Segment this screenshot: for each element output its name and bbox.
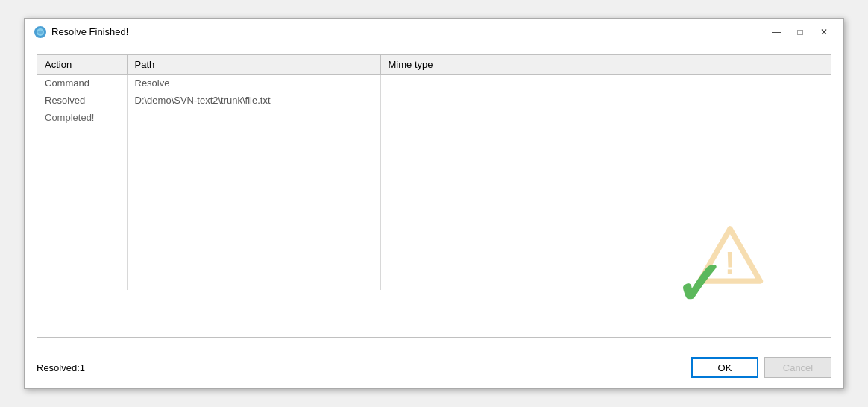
table-row: Resolved D:\demo\SVN-text2\trunk\file.tx… [37, 92, 831, 109]
cell-mime-1 [380, 92, 485, 109]
cell-extra-2 [485, 109, 831, 126]
col-header-path: Path [127, 55, 380, 75]
window-icon [34, 25, 47, 39]
footer: Resolved:1 OK Cancel [25, 347, 843, 388]
col-header-mime: Mime type [380, 55, 485, 75]
cell-action-0: Command [37, 75, 127, 92]
cell-extra-0 [485, 75, 831, 92]
footer-buttons: OK Cancel [691, 357, 831, 378]
maximize-button[interactable]: □ [790, 24, 811, 40]
title-bar: Resolve Finished! — □ ✕ [25, 19, 843, 45]
cancel-button[interactable]: Cancel [764, 357, 831, 378]
close-button[interactable]: ✕ [814, 24, 834, 40]
checkmark-icon: ✓ [674, 255, 724, 315]
svg-text:!: ! [725, 244, 735, 280]
table-wrapper: Action Path Mime type Command Resolve R [37, 54, 831, 338]
icon-overlay: ! ✓ [674, 225, 771, 315]
cell-mime-2 [380, 109, 485, 126]
window-controls: — □ ✕ [766, 24, 834, 40]
cell-path-1: D:\demo\SVN-text2\trunk\file.txt [127, 92, 380, 109]
col-header-action: Action [37, 55, 127, 75]
cell-path-2 [127, 109, 380, 126]
cell-empty [37, 126, 127, 290]
cell-mime-0 [380, 75, 485, 92]
cell-action-1: Resolved [37, 92, 127, 109]
cell-empty [127, 126, 380, 290]
table-row: Completed! [37, 109, 831, 126]
cell-path-0: Resolve [127, 75, 380, 92]
window-title: Resolve Finished! [51, 26, 128, 37]
col-header-extra [485, 55, 831, 75]
cell-action-2: Completed! [37, 109, 127, 126]
cell-empty [380, 126, 485, 290]
table-row: Command Resolve [37, 75, 831, 92]
cell-empty: 老 吴 搭 建 教 程 weixiaolive.com [485, 126, 831, 290]
table-header-row: Action Path Mime type [37, 55, 831, 75]
content-area: Action Path Mime type Command Resolve R [25, 45, 843, 347]
title-bar-left: Resolve Finished! [34, 25, 128, 39]
resolved-count: Resolved:1 [37, 362, 85, 373]
cell-extra-1 [485, 92, 831, 109]
minimize-button[interactable]: — [766, 24, 787, 40]
ok-button[interactable]: OK [691, 357, 758, 378]
main-window: Resolve Finished! — □ ✕ Action Path Mime… [24, 18, 844, 389]
